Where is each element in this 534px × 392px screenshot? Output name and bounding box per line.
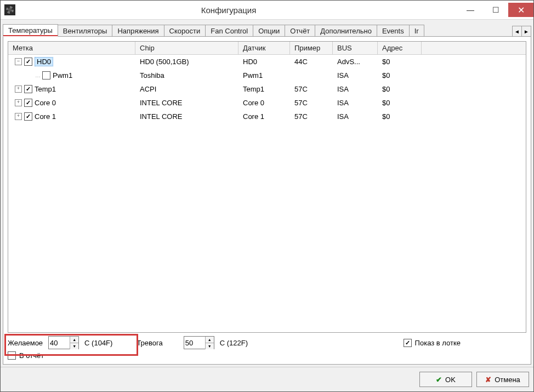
tray-label: Показ в лотке: [415, 339, 461, 347]
spin-up-icon[interactable]: ▲: [70, 337, 78, 343]
tab-fans[interactable]: Вентиляторы: [58, 25, 113, 37]
check-icon: ✔: [436, 376, 442, 384]
cell-bus: ISA: [333, 112, 378, 121]
desired-input[interactable]: [49, 337, 70, 348]
cell-chip: Toshiba: [135, 71, 238, 79]
row-checkbox[interactable]: [24, 99, 32, 107]
tab-scroll-left-icon[interactable]: ◄: [512, 26, 522, 37]
table-row[interactable]: +Core 0INTEL CORECore 057CISA$0: [8, 96, 526, 110]
table-row[interactable]: +Temp1ACPITemp157CISA$0: [8, 82, 526, 96]
col-addr[interactable]: Адрес: [378, 42, 422, 54]
cell-sample: 57C: [290, 85, 333, 93]
row-label: HD0: [35, 57, 53, 66]
row-label: Pwm1: [53, 71, 72, 79]
desired-label: Желаемое: [8, 339, 43, 347]
spin-up-icon[interactable]: ▲: [205, 337, 214, 343]
tab-scroll: ◄ ►: [513, 26, 531, 37]
col-sample[interactable]: Пример: [290, 42, 333, 54]
tree-line-icon: …: [35, 72, 40, 78]
cell-addr: $0: [378, 71, 422, 79]
cell-bus: AdvS...: [333, 58, 378, 66]
row-label: Temp1: [35, 85, 56, 93]
row-checkbox[interactable]: [24, 85, 32, 93]
minimize-button[interactable]: —: [458, 3, 483, 17]
cell-chip: INTEL CORE: [135, 99, 238, 107]
cell-addr: $0: [378, 58, 422, 66]
col-chip[interactable]: Chip: [135, 42, 238, 54]
cell-chip: ACPI: [135, 85, 238, 93]
table-row[interactable]: −HD0HD0 (500,1GB)HD044CAdvS...$0: [8, 55, 526, 69]
cell-addr: $0: [378, 85, 422, 93]
cell-bus: ISA: [333, 99, 378, 107]
expand-icon[interactable]: +: [15, 86, 22, 93]
checkbox-icon: [8, 351, 16, 360]
controls: Желаемое ▲▼ C (104F) Тревога ▲▼ C (122F): [8, 336, 526, 360]
row-label: Core 1: [35, 112, 56, 121]
expand-icon[interactable]: +: [15, 99, 22, 106]
expand-icon[interactable]: +: [15, 113, 22, 120]
col-sensor[interactable]: Датчик: [238, 42, 290, 54]
tab-advanced[interactable]: Дополнительно: [315, 25, 377, 37]
spin-down-icon[interactable]: ▼: [70, 343, 78, 349]
report-label: В отчёт: [19, 351, 44, 360]
col-bus[interactable]: BUS: [333, 42, 378, 54]
app-icon: [4, 4, 15, 15]
grid-body[interactable]: −HD0HD0 (500,1GB)HD044CAdvS...$0…Pwm1Tos…: [8, 55, 526, 332]
cross-icon: ✘: [485, 376, 491, 384]
tab-bar: Температуры Вентиляторы Напряжения Скоро…: [1, 20, 533, 37]
grid-header: Метка Chip Датчик Пример BUS Адрес: [8, 42, 526, 55]
cell-sample: 44C: [290, 58, 333, 66]
desired-unit: C (104F): [84, 339, 112, 347]
report-checkbox[interactable]: В отчёт: [8, 351, 44, 360]
dialog-footer: ✔ OK ✘ Отмена: [1, 367, 533, 391]
tab-temperatures[interactable]: Температуры: [3, 24, 58, 37]
cell-sensor: Temp1: [238, 85, 290, 93]
cell-bus: ISA: [333, 85, 378, 93]
alarm-input[interactable]: [184, 337, 205, 348]
table-row[interactable]: …Pwm1ToshibaPwm1ISA$0: [8, 69, 526, 82]
tab-overflow[interactable]: Ir: [409, 25, 424, 37]
checkbox-icon: [404, 339, 412, 347]
table-row[interactable]: +Core 1INTEL CORECore 157CISA$0: [8, 110, 526, 123]
tab-speeds[interactable]: Скорости: [164, 25, 206, 37]
cell-sensor: HD0: [238, 58, 290, 66]
tab-report[interactable]: Отчёт: [285, 25, 315, 37]
col-spacer: [422, 42, 526, 54]
cell-sample: 57C: [290, 99, 333, 107]
col-label[interactable]: Метка: [8, 42, 135, 54]
tab-voltages[interactable]: Напряжения: [112, 25, 164, 37]
titlebar: Конфигурация — ☐ ✕: [1, 1, 533, 20]
tab-panel-temperatures: Метка Chip Датчик Пример BUS Адрес −HD0H…: [3, 36, 531, 365]
cell-sample: 57C: [290, 112, 333, 121]
row-checkbox[interactable]: [24, 58, 32, 66]
cell-addr: $0: [378, 112, 422, 121]
cell-sensor: Core 1: [238, 112, 290, 121]
cell-bus: ISA: [333, 71, 378, 79]
ok-button[interactable]: ✔ OK: [419, 372, 472, 387]
row-label: Core 0: [35, 99, 56, 107]
close-button[interactable]: ✕: [508, 3, 533, 17]
tab-events[interactable]: Events: [377, 25, 410, 37]
spin-down-icon[interactable]: ▼: [205, 343, 214, 349]
alarm-unit: C (122F): [220, 339, 248, 347]
tree-spacer: [27, 72, 33, 78]
cancel-button[interactable]: ✘ Отмена: [476, 372, 529, 387]
sensor-grid: Метка Chip Датчик Пример BUS Адрес −HD0H…: [8, 41, 526, 333]
desired-spinner[interactable]: ▲▼: [48, 336, 79, 349]
cell-addr: $0: [378, 99, 422, 107]
cell-chip: HD0 (500,1GB): [135, 58, 238, 66]
tab-options[interactable]: Опции: [253, 25, 285, 37]
window-title: Конфигурация: [19, 5, 438, 15]
alarm-spinner[interactable]: ▲▼: [184, 336, 214, 349]
maximize-button[interactable]: ☐: [483, 3, 508, 17]
row-checkbox[interactable]: [24, 112, 32, 121]
collapse-icon[interactable]: −: [15, 58, 22, 65]
tab-scroll-right-icon[interactable]: ►: [521, 26, 531, 37]
row-checkbox[interactable]: [42, 71, 50, 79]
tray-checkbox[interactable]: Показ в лотке: [404, 339, 461, 347]
tab-fan-control[interactable]: Fan Control: [205, 25, 253, 37]
config-window: Конфигурация — ☐ ✕ Температуры Вентилято…: [0, 0, 534, 392]
cell-sensor: Core 0: [238, 99, 290, 107]
cell-chip: INTEL CORE: [135, 112, 238, 121]
cell-sensor: Pwm1: [238, 71, 290, 79]
